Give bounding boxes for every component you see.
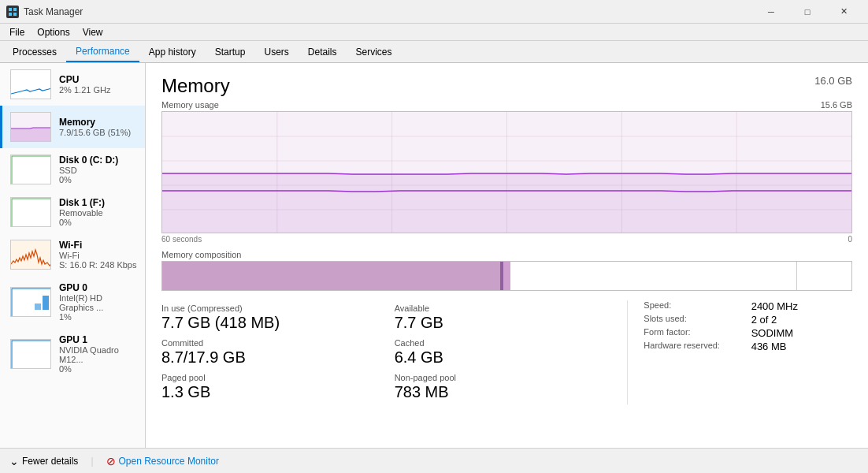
svg-rect-0 [9,8,12,11]
titlebar-left: Task Manager [6,6,83,18]
tab-performance[interactable]: Performance [66,41,139,62]
sidebar-item-gpu1[interactable]: GPU 1 NVIDIA Quadro M12... 0% [0,328,145,380]
stat-paged-pool: Paged pool 1.3 GB [161,370,387,404]
tab-startup[interactable]: Startup [206,41,255,62]
content-area: Memory 16.0 GB Memory usage 15.6 GB [146,63,868,448]
sidebar-item-memory[interactable]: Memory 7.9/15.6 GB (51%) [0,106,145,148]
svg-marker-6 [11,128,51,142]
task-manager-icon [6,6,19,18]
menu-options[interactable]: Options [31,25,76,39]
sidebar-item-wifi[interactable]: Wi-Fi Wi-Fi S: 16.0 R: 248 Kbps [0,233,145,276]
stat-nonpaged-pool-value: 783 MB [395,382,614,401]
composition-bar [161,261,852,291]
close-button[interactable]: ✕ [825,0,862,24]
sidebar-info-gpu0: GPU 0 Intel(R) HD Graphics ... 1% [59,282,137,322]
tab-app-history[interactable]: App history [139,41,206,62]
gpu0-detail1: Intel(R) HD Graphics ... [59,293,137,312]
graph-time-end: 0 [848,235,852,244]
comp-modified [503,262,510,290]
disk1-thumbnail [10,197,51,227]
content-title: Memory [161,75,230,97]
stats-col2: Available 7.7 GB Cached 6.4 GB Non-paged… [395,300,620,404]
memory-usage-graph-section: Memory usage 15.6 GB [161,100,852,244]
sidebar: CPU 2% 1.21 GHz Memory 7.9/15.6 GB (51%) [0,63,146,448]
memory-detail: 7.9/15.6 GB (51%) [59,128,131,137]
graph-max-label: 15.6 GB [821,100,852,110]
svg-rect-9 [11,198,51,227]
tab-services[interactable]: Services [347,41,402,62]
total-ram: 16.0 GB [814,75,852,87]
svg-rect-1 [13,8,17,11]
menubar: File Options View [0,24,868,41]
disk1-detail2: 0% [59,218,105,227]
disk1-detail1: Removable [59,208,105,218]
gpu1-name: GPU 1 [59,334,137,345]
disk0-thumbnail [10,155,51,184]
graph-time-start: 60 seconds [161,235,202,244]
wifi-thumbnail [10,240,51,270]
menu-view[interactable]: View [76,25,109,39]
gpu1-thumbnail [10,339,51,369]
stat-committed: Committed 8.7/17.9 GB [161,335,387,370]
bottombar-separator: | [91,456,93,467]
titlebar-title: Task Manager [24,6,83,17]
stat-cached: Cached 6.4 GB [395,335,620,370]
gpu1-detail2: 0% [59,364,137,374]
speed-label: Speed: [644,300,744,312]
sidebar-info-cpu: CPU 2% 1.21 GHz [59,74,110,95]
open-resource-monitor-label: Open Resource Monitor [119,456,219,467]
comp-inuse [162,262,500,290]
gpu0-name: GPU 0 [59,282,137,293]
tab-processes[interactable]: Processes [3,41,66,62]
disk0-detail1: SSD [59,166,118,175]
stats-area: In use (Compressed) 7.7 GB (418 MB) Comm… [161,300,852,404]
graph-time-labels: 60 seconds 0 [161,235,852,244]
minimize-button[interactable]: ─ [753,0,789,24]
stats-col3: Speed: 2400 MHz Slots used: 2 of 2 Form … [627,300,852,404]
maximize-button[interactable]: □ [789,0,825,24]
wifi-detail1: Wi-Fi [59,251,136,260]
stat-available: Available 7.7 GB [395,300,620,335]
menu-file[interactable]: File [3,25,31,39]
fewer-details-button[interactable]: ⌄ Fewer details [9,455,78,467]
svg-marker-27 [162,173,851,233]
chevron-down-icon: ⌄ [9,455,19,467]
form-label: Form factor: [644,327,744,339]
memory-thumbnail [10,112,51,142]
speed-value: 2400 MHz [751,300,852,312]
gpu0-thumbnail [10,287,51,317]
fewer-details-label: Fewer details [22,456,78,467]
cpu-name: CPU [59,74,110,85]
gpu1-detail1: NVIDIA Quadro M12... [59,345,137,364]
sidebar-item-cpu[interactable]: CPU 2% 1.21 GHz [0,63,145,106]
disk1-name: Disk 1 (F:) [59,197,105,208]
open-resource-monitor-button[interactable]: ⊘ Open Resource Monitor [106,455,219,467]
stat-committed-label: Committed [161,338,380,348]
slots-label: Slots used: [644,314,744,326]
sidebar-info-disk1: Disk 1 (F:) Removable 0% [59,197,105,227]
stat-cached-label: Cached [395,338,614,348]
stats-col1: In use (Compressed) 7.7 GB (418 MB) Comm… [161,300,387,404]
slots-value: 2 of 2 [751,314,852,326]
sidebar-item-disk0[interactable]: Disk 0 (C: D:) SSD 0% [0,148,145,191]
resource-monitor-icon: ⊘ [106,455,116,467]
disk0-detail2: 0% [59,175,118,184]
stat-committed-value: 8.7/17.9 GB [161,348,380,367]
memory-name: Memory [59,117,131,128]
stat-in-use-label: In use (Compressed) [161,304,380,313]
content-header: Memory 16.0 GB [161,75,852,97]
stat-in-use-value: 7.7 GB (418 MB) [161,313,380,332]
gpu0-detail2: 1% [59,312,137,322]
sidebar-item-disk1[interactable]: Disk 1 (F:) Removable 0% [0,191,145,233]
wifi-name: Wi-Fi [59,240,136,251]
info-grid: Speed: 2400 MHz Slots used: 2 of 2 Form … [644,300,852,352]
tab-users[interactable]: Users [254,41,298,62]
svg-rect-2 [9,13,12,16]
stat-available-label: Available [395,304,614,313]
comp-free [796,262,851,290]
sidebar-info-gpu1: GPU 1 NVIDIA Quadro M12... 0% [59,334,137,374]
svg-rect-3 [13,13,17,16]
sidebar-item-gpu0[interactable]: GPU 0 Intel(R) HD Graphics ... 1% [0,276,145,328]
comp-standby [510,262,797,290]
tab-details[interactable]: Details [299,41,347,62]
